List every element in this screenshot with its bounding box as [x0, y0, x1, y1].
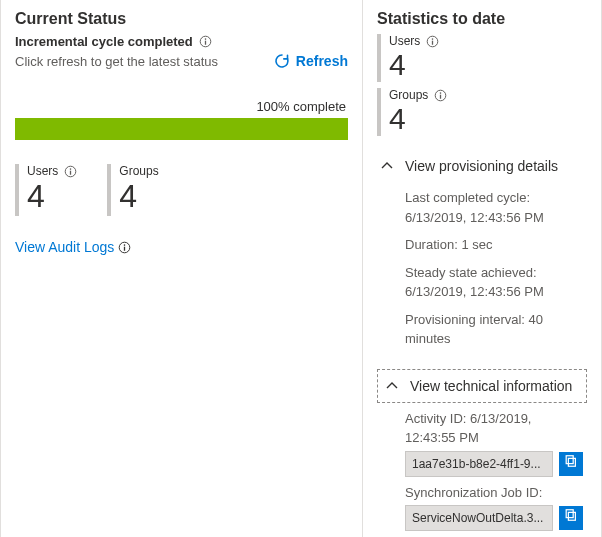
svg-rect-16: [566, 456, 573, 464]
provisioning-details: Last completed cycle: 6/13/2019, 12:43:5…: [377, 182, 587, 363]
svg-point-1: [204, 38, 206, 40]
interval-label: Provisioning interval:: [405, 312, 525, 327]
chevron-up-icon: [381, 160, 393, 172]
duration-value: 1 sec: [461, 237, 492, 252]
stat-users-label: Users: [27, 164, 58, 178]
stat-groups-value: 4: [389, 104, 447, 134]
stat-bar: [107, 164, 111, 216]
stat-users-label: Users: [389, 34, 420, 48]
expander-technical-info[interactable]: View technical information: [377, 369, 587, 403]
svg-rect-8: [124, 246, 125, 250]
svg-point-13: [440, 92, 442, 94]
info-icon[interactable]: [199, 35, 212, 48]
stat-groups-value: 4: [119, 180, 158, 212]
stat-users: Users 4: [377, 34, 587, 82]
stat-users: Users 4: [15, 164, 77, 216]
info-icon[interactable]: [426, 35, 439, 48]
last-cycle-label: Last completed cycle:: [405, 190, 530, 205]
copy-activity-id-button[interactable]: [559, 452, 583, 476]
sync-job-value[interactable]: ServiceNowOutDelta.3...: [405, 505, 553, 531]
cycle-status-row: Incremental cycle completed: [15, 34, 348, 49]
svg-rect-11: [432, 40, 433, 44]
svg-rect-2: [205, 41, 206, 45]
svg-point-4: [70, 168, 72, 170]
last-cycle-value: 6/13/2019, 12:43:56 PM: [405, 210, 544, 225]
copy-sync-job-button[interactable]: [559, 506, 583, 530]
svg-rect-15: [568, 458, 575, 466]
progress-bar: [15, 118, 348, 140]
stat-users-value: 4: [389, 50, 439, 80]
stat-groups-label: Groups: [389, 88, 428, 102]
statistics-title: Statistics to date: [377, 10, 587, 28]
refresh-label: Refresh: [296, 53, 348, 69]
current-status-title: Current Status: [15, 10, 348, 28]
refresh-hint: Click refresh to get the latest status: [15, 54, 218, 69]
stat-bar: [377, 34, 381, 82]
svg-rect-18: [566, 510, 573, 518]
duration-label: Duration:: [405, 237, 458, 252]
stat-bar: [15, 164, 19, 216]
activity-id-value[interactable]: 1aa7e31b-b8e2-4ff1-9...: [405, 451, 553, 477]
current-status-panel: Current Status Incremental cycle complet…: [1, 0, 363, 537]
expander-provisioning-details[interactable]: View provisioning details: [377, 150, 587, 182]
info-icon[interactable]: [64, 165, 77, 178]
cycle-status-text: Incremental cycle completed: [15, 34, 193, 49]
stat-bar: [377, 88, 381, 136]
refresh-icon: [274, 53, 290, 69]
steady-value: 6/13/2019, 12:43:56 PM: [405, 284, 544, 299]
svg-point-7: [124, 244, 126, 246]
copy-icon: [564, 454, 578, 474]
statistics-panel: Statistics to date Users 4: [363, 0, 601, 537]
info-icon[interactable]: [434, 89, 447, 102]
expander-technical-label: View technical information: [410, 378, 572, 394]
expander-provisioning-label: View provisioning details: [405, 158, 558, 174]
stat-groups: Groups 4: [107, 164, 158, 216]
view-audit-logs-label: View Audit Logs: [15, 239, 114, 255]
copy-icon: [564, 508, 578, 528]
svg-point-10: [432, 38, 434, 40]
view-audit-logs-link[interactable]: View Audit Logs: [15, 239, 131, 255]
svg-rect-14: [440, 94, 441, 98]
svg-rect-5: [70, 170, 71, 174]
svg-rect-17: [568, 513, 575, 521]
info-icon[interactable]: [118, 241, 131, 254]
refresh-button[interactable]: Refresh: [274, 53, 348, 69]
technical-details: Activity ID: 6/13/2019, 12:43:55 PM 1aa7…: [377, 403, 587, 538]
stat-groups: Groups 4: [377, 88, 587, 136]
chevron-up-icon: [386, 380, 398, 392]
stat-groups-label: Groups: [119, 164, 158, 178]
activity-id-label: Activity ID:: [405, 411, 466, 426]
steady-label: Steady state achieved:: [405, 265, 537, 280]
sync-job-label: Synchronization Job ID:: [405, 483, 583, 503]
stat-users-value: 4: [27, 180, 77, 212]
progress-label: 100% complete: [15, 99, 348, 114]
